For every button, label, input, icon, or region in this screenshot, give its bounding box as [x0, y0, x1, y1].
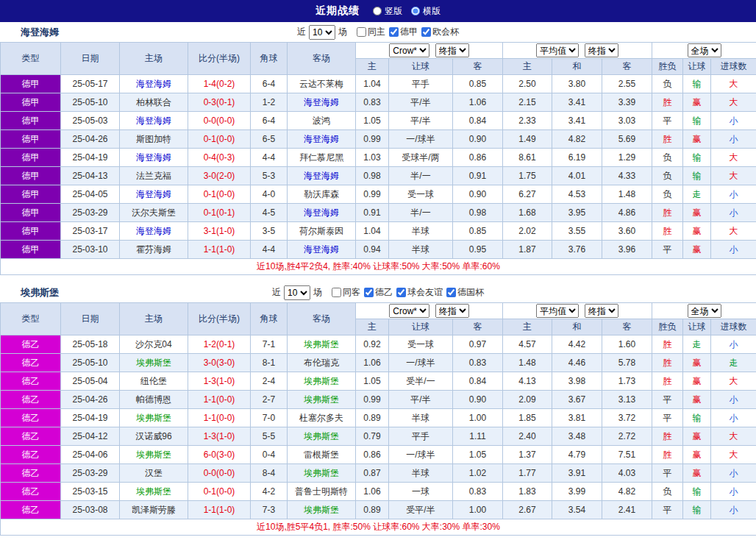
handicap-home-odds: 1.05: [356, 112, 389, 130]
away-team-name[interactable]: 波鸿: [288, 112, 356, 130]
away-team-name[interactable]: 杜塞尔多夫: [288, 409, 356, 427]
home-team-name[interactable]: 海登海姆: [120, 185, 188, 204]
filter-checkbox[interactable]: [364, 288, 374, 297]
avg-stage-select[interactable]: 终指: [585, 304, 618, 318]
away-team-name[interactable]: 云达不莱梅: [288, 75, 356, 93]
filter-option[interactable]: 德乙: [360, 286, 393, 299]
odds-stage-select[interactable]: 终指: [435, 43, 469, 57]
filter-checkbox[interactable]: [421, 27, 431, 37]
home-team-name[interactable]: 埃弗斯堡: [120, 446, 188, 464]
scope-select[interactable]: 全场: [688, 43, 721, 57]
away-team-name[interactable]: 埃弗斯堡: [288, 464, 356, 483]
subcol-goals-result: 进球数: [711, 59, 756, 75]
home-team-name[interactable]: 帕德博恩: [120, 391, 188, 409]
home-team-name[interactable]: 汉堡: [120, 464, 188, 483]
filter-option[interactable]: 同客: [328, 286, 360, 299]
home-team-name[interactable]: 沃尔夫斯堡: [120, 204, 188, 222]
vertical-layout-radio[interactable]: 竖版: [373, 5, 402, 18]
filter-checkbox[interactable]: [396, 288, 406, 297]
score-halftime: 1-3(1-0): [188, 372, 251, 391]
horizontal-layout-radio[interactable]: 横版: [411, 5, 441, 18]
avg-draw-odds: 4.42: [552, 335, 602, 354]
filter-checkbox[interactable]: [332, 288, 341, 297]
filter-option[interactable]: 同主: [353, 26, 385, 38]
match-date: 25-04-26: [61, 130, 120, 149]
odds-dropdown-cell: Crow* 终指: [356, 303, 503, 319]
avg-draw-odds: 6.19: [552, 149, 602, 167]
home-team-name[interactable]: 斯图加特: [120, 130, 188, 149]
avg-home-odds: 2.67: [503, 501, 552, 519]
home-team-name[interactable]: 海登海姆: [120, 149, 188, 167]
home-team-name[interactable]: 海登海姆: [120, 112, 188, 130]
home-team-name[interactable]: 沙尔克04: [120, 335, 188, 354]
handicap-outcome: 输: [683, 483, 711, 501]
vertical-layout-input[interactable]: [373, 7, 382, 15]
away-team-name[interactable]: 荷尔斯泰因: [288, 222, 356, 241]
away-team-name[interactable]: 海登海姆: [288, 167, 356, 185]
match-date: 25-04-13: [61, 167, 120, 185]
filter-checkbox[interactable]: [357, 27, 366, 37]
away-team-name[interactable]: 布伦瑞克: [288, 354, 356, 372]
home-team-section-header: 海登海姆 近 10 场 同主德甲欧会杯: [0, 22, 756, 42]
match-row: 德乙25-04-26帕德博恩1-1(0-0)2-7埃弗斯堡0.99平/半0.90…: [1, 391, 756, 409]
home-team-name[interactable]: 法兰克福: [120, 167, 188, 185]
subcol-avg-away: 客: [602, 319, 652, 335]
recent-count-select[interactable]: 10: [309, 25, 335, 40]
match-date: 25-03-29: [61, 204, 120, 222]
away-team-name[interactable]: 海登海姆: [288, 204, 356, 222]
avg-type-select[interactable]: 平均值: [536, 43, 579, 57]
away-team-name[interactable]: 埃弗斯堡: [288, 391, 356, 409]
avg-type-select[interactable]: 平均值: [536, 304, 579, 318]
odds-source-select[interactable]: Crow*: [389, 304, 429, 318]
away-team-name[interactable]: 埃弗斯堡: [288, 372, 356, 391]
recent-matches-table: 类型 日期 主场 比分(半场) 角球 客场 Crow* 终指 平均值 终指: [0, 42, 756, 275]
handicap-home-odds: 0.87: [356, 464, 389, 483]
odds-source-select[interactable]: Crow*: [389, 43, 429, 57]
horizontal-layout-input[interactable]: [411, 7, 420, 15]
away-team-name[interactable]: 拜仁慕尼黑: [288, 149, 356, 167]
filter-checkbox[interactable]: [446, 288, 456, 297]
handicap-outcome: 赢: [683, 130, 711, 149]
result-outcome: 负: [652, 167, 683, 185]
home-team-name[interactable]: 埃弗斯堡: [120, 483, 188, 501]
away-team-name[interactable]: 雷根斯堡: [288, 446, 356, 464]
result-outcome: 负: [652, 185, 683, 204]
home-team-name[interactable]: 汉诺威96: [120, 427, 188, 446]
avg-home-odds: 2.09: [503, 391, 552, 409]
home-team-name[interactable]: 纽伦堡: [120, 372, 188, 391]
avg-stage-select[interactable]: 终指: [585, 43, 618, 57]
away-team-name[interactable]: 普鲁士明斯特: [288, 483, 356, 501]
handicap-line: 一球: [389, 483, 453, 501]
away-team-name[interactable]: 海登海姆: [288, 241, 356, 259]
scope-select[interactable]: 全场: [688, 304, 721, 318]
odds-stage-select[interactable]: 终指: [435, 304, 469, 318]
filter-option[interactable]: 欧会杯: [418, 26, 459, 38]
filter-option[interactable]: 德甲: [385, 26, 418, 38]
away-team-name[interactable]: 海登海姆: [288, 93, 356, 112]
handicap-line: 一/球半: [389, 354, 453, 372]
avg-away-odds: 7.51: [602, 446, 652, 464]
filter-checkbox[interactable]: [389, 27, 399, 37]
handicap-away-odds: 0.91: [453, 167, 503, 185]
home-team-name[interactable]: 霍芬海姆: [120, 241, 188, 259]
away-team-name[interactable]: 埃弗斯堡: [288, 427, 356, 446]
away-team-name[interactable]: 埃弗斯堡: [288, 501, 356, 519]
home-team-name[interactable]: 海登海姆: [120, 222, 188, 241]
avg-home-odds: 1.49: [503, 130, 552, 149]
corners: 4-4: [251, 149, 288, 167]
away-team-name[interactable]: 勒沃库森: [288, 185, 356, 204]
away-team-name[interactable]: 埃弗斯堡: [288, 335, 356, 354]
home-team-name[interactable]: 埃弗斯堡: [120, 354, 188, 372]
filter-option[interactable]: 球会友谊: [393, 286, 443, 299]
home-team-name[interactable]: 埃弗斯堡: [120, 409, 188, 427]
filter-option[interactable]: 德国杯: [443, 286, 484, 299]
handicap-away-odds: 0.90: [453, 185, 503, 204]
recent-count-select[interactable]: 10: [284, 285, 310, 300]
away-team-name[interactable]: 海登海姆: [288, 130, 356, 149]
avg-away-odds: 2.72: [602, 427, 652, 446]
home-team-name[interactable]: 柏林联合: [120, 93, 188, 112]
league-badge: 德甲: [1, 112, 61, 130]
home-team-name[interactable]: 海登海姆: [120, 75, 188, 93]
goals-outcome: 小: [711, 112, 756, 130]
home-team-name[interactable]: 凯泽斯劳滕: [120, 501, 188, 519]
